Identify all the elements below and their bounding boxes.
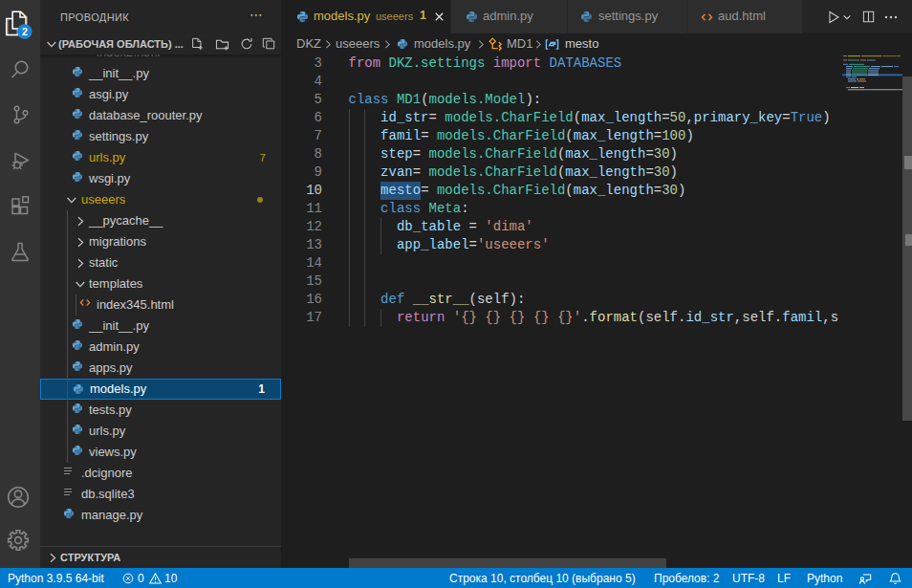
svg-text:2: 2: [22, 26, 28, 37]
